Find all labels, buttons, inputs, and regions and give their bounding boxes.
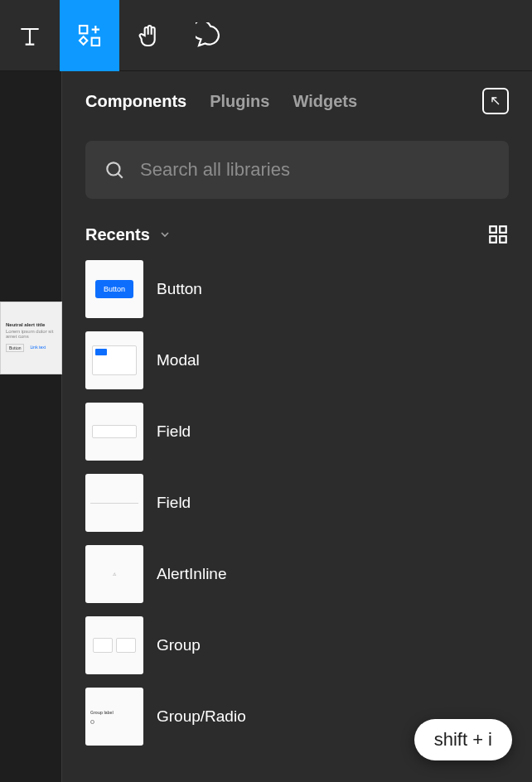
thumb-field-line-shape bbox=[90, 503, 138, 504]
search-container[interactable] bbox=[85, 141, 509, 199]
svg-rect-4 bbox=[500, 226, 506, 233]
component-label: Button bbox=[157, 280, 202, 298]
text-icon bbox=[17, 22, 43, 49]
component-thumb bbox=[85, 403, 143, 461]
text-tool-button[interactable] bbox=[0, 0, 60, 71]
thumb-button-badge: Button bbox=[95, 280, 133, 298]
svg-rect-6 bbox=[500, 236, 506, 243]
thumb-radio-shape: Group label bbox=[85, 710, 143, 724]
panel-tabs: Components Plugins Widgets bbox=[62, 71, 532, 129]
component-item-modal[interactable]: Modal bbox=[85, 331, 509, 389]
recents-list: Button Button Modal Field F bbox=[62, 255, 532, 751]
component-label: Field bbox=[157, 494, 191, 512]
component-label: AlertInline bbox=[157, 565, 227, 583]
chevron-down-icon[interactable] bbox=[158, 228, 172, 241]
thumb-alert-shape: ⚠ bbox=[106, 572, 123, 577]
component-thumb bbox=[85, 331, 143, 389]
thumb-modal-shape bbox=[92, 345, 137, 375]
main-area: Neutral alert title Lorem ipsum dolor si… bbox=[0, 71, 532, 782]
svg-rect-1 bbox=[92, 37, 99, 45]
canvas-alert-title: Neutral alert title bbox=[6, 322, 56, 327]
resources-panel: Components Plugins Widgets Recents bbox=[62, 71, 532, 782]
canvas-alert-link: Link text bbox=[27, 344, 48, 352]
svg-rect-0 bbox=[80, 26, 87, 33]
component-item-alert-inline[interactable]: ⚠ AlertInline bbox=[85, 545, 509, 603]
canvas-area[interactable]: Neutral alert title Lorem ipsum dolor si… bbox=[0, 71, 62, 782]
resources-icon bbox=[76, 22, 103, 49]
component-item-group[interactable]: Group bbox=[85, 616, 509, 674]
component-item-button[interactable]: Button Button bbox=[85, 260, 509, 318]
search-icon bbox=[104, 159, 125, 181]
component-item-field[interactable]: Field bbox=[85, 403, 509, 461]
component-thumb: Group label bbox=[85, 688, 143, 746]
comment-tool-button[interactable] bbox=[179, 0, 239, 71]
tab-components[interactable]: Components bbox=[85, 92, 186, 111]
arrow-top-left-icon bbox=[489, 94, 502, 108]
thumb-field-shape bbox=[92, 425, 137, 438]
collapse-panel-button[interactable] bbox=[482, 88, 509, 114]
section-title[interactable]: Recents bbox=[85, 225, 150, 244]
component-thumb: ⚠ bbox=[85, 545, 143, 603]
component-thumb bbox=[85, 474, 143, 532]
component-label: Field bbox=[157, 422, 191, 441]
component-thumb bbox=[85, 616, 143, 674]
component-item-field-line[interactable]: Field bbox=[85, 474, 509, 532]
search-input[interactable] bbox=[140, 159, 491, 181]
component-label: Group/Radio bbox=[157, 707, 246, 726]
svg-point-2 bbox=[107, 162, 119, 175]
component-thumb: Button bbox=[85, 260, 143, 318]
canvas-alert-desc: Lorem ipsum dolor sit amet cons bbox=[6, 329, 56, 339]
top-toolbar bbox=[0, 0, 532, 71]
hand-tool-button[interactable] bbox=[119, 0, 179, 71]
thumb-group-shape bbox=[93, 638, 136, 653]
comment-icon bbox=[196, 22, 222, 49]
grid-view-button[interactable] bbox=[487, 224, 509, 245]
section-header: Recents bbox=[62, 210, 532, 255]
tab-plugins[interactable]: Plugins bbox=[210, 92, 269, 111]
component-label: Modal bbox=[157, 351, 200, 369]
component-label: Group bbox=[157, 636, 201, 654]
search-row bbox=[62, 129, 532, 210]
canvas-alert-button: Button bbox=[6, 344, 24, 352]
canvas-alert-preview[interactable]: Neutral alert title Lorem ipsum dolor si… bbox=[0, 302, 62, 374]
tab-widgets[interactable]: Widgets bbox=[293, 92, 357, 111]
shortcut-hint: shift + i bbox=[414, 719, 512, 760]
resources-tool-button[interactable] bbox=[60, 0, 119, 71]
hand-icon bbox=[136, 22, 162, 49]
svg-rect-5 bbox=[490, 236, 496, 243]
svg-rect-3 bbox=[490, 226, 496, 233]
